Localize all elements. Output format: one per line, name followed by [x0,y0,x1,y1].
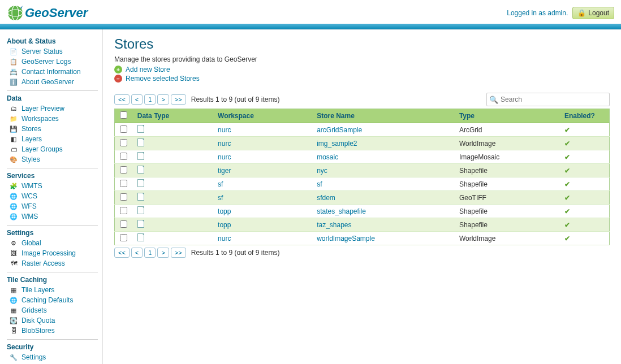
store-name-link[interactable]: sfdem [317,194,335,202]
pager-next-bottom[interactable]: > [157,248,169,258]
workspace-link[interactable]: sf [218,180,223,188]
header-type[interactable]: Type [455,109,560,123]
nav-item-gridsets[interactable]: ▦Gridsets [7,305,98,315]
nav-item-wcs[interactable]: 🌐WCS [7,191,98,201]
nav-item-layers[interactable]: ◧Layers [7,134,98,144]
nav-item-image-processing[interactable]: 🖼Image Processing [7,248,98,258]
row-type: Shapefile [455,177,560,191]
store-name-link[interactable]: states_shapefile [317,207,366,215]
header-workspace[interactable]: Workspace [213,109,312,123]
store-name-link[interactable]: arcGridSample [317,126,362,134]
logout-button[interactable]: 🔒 Logout [572,7,614,19]
store-name-link[interactable]: taz_shapes [317,221,351,229]
nav-link[interactable]: Gridsets [21,306,47,314]
nav-link[interactable]: Styles [21,155,40,163]
nav-link[interactable]: WCS [21,192,37,200]
pager-last[interactable]: >> [171,94,186,105]
store-name-link[interactable]: sf [317,180,322,188]
nav-item-raster-access[interactable]: 🗺Raster Access [7,258,98,268]
row-checkbox[interactable] [120,139,127,146]
nav-item-global[interactable]: ⚙Global [7,238,98,248]
nav-item-geoserver-logs[interactable]: 📋GeoServer Logs [7,57,98,67]
nav-item-styles[interactable]: 🎨Styles [7,154,98,164]
logo[interactable]: GeoServer [7,5,88,21]
store-name-link[interactable]: mosaic [317,153,338,161]
nav-item-wfs[interactable]: 🌐WFS [7,201,98,211]
nav-item-layer-preview[interactable]: 🗂Layer Preview [7,103,98,114]
workspace-link[interactable]: topp [218,221,231,229]
workspace-link[interactable]: nurc [218,153,231,161]
nav-link[interactable]: Contact Information [21,68,81,76]
nav-link[interactable]: Global [21,239,41,247]
nav-link[interactable]: BlobStores [21,327,55,335]
nav-item-contact-information[interactable]: 📇Contact Information [7,67,98,77]
row-checkbox[interactable] [120,234,127,241]
pager-prev-bottom[interactable]: < [131,248,143,258]
pager-prev[interactable]: < [131,94,143,105]
nav-link[interactable]: Workspaces [21,115,59,123]
nav-item-tile-layers[interactable]: ▦Tile Layers [7,285,98,295]
search-box[interactable]: 🔍 [486,93,610,106]
workspace-link[interactable]: topp [218,207,231,215]
workspace-link[interactable]: nurc [218,140,231,148]
nav-item-server-status[interactable]: 📄Server Status [7,46,98,57]
row-checkbox[interactable] [120,193,127,201]
row-checkbox[interactable] [120,166,127,174]
row-checkbox[interactable] [120,125,127,133]
workspace-link[interactable]: sf [218,194,223,202]
workspace-link[interactable]: tiger [218,167,231,175]
header-store-name[interactable]: Store Name [312,109,455,123]
store-name-link[interactable]: img_sample2 [317,140,357,148]
pager-last-bottom[interactable]: >> [171,248,186,258]
header-enabled[interactable]: Enabled? [560,109,610,123]
nav-link[interactable]: GeoServer Logs [21,58,71,66]
nav-item-workspaces[interactable]: 📁Workspaces [7,114,98,124]
pager-page[interactable]: 1 [144,94,156,105]
nav-link[interactable]: Image Processing [21,249,76,257]
row-checkbox[interactable] [120,180,127,187]
remove-stores-link[interactable]: − Remove selected Stores [114,75,610,83]
row-checkbox[interactable] [120,207,127,214]
nav-link[interactable]: WMS [21,213,38,220]
pager-page-bottom[interactable]: 1 [144,248,156,258]
nav-link[interactable]: Settings [21,353,46,361]
remove-stores-label[interactable]: Remove selected Stores [126,75,200,83]
table-row: nurcmosaicImageMosaic✔ [115,150,610,164]
add-store-link[interactable]: + Add new Store [114,66,610,73]
nav-icon: 🗄 [9,326,18,335]
search-input[interactable] [499,94,607,105]
nav-link[interactable]: Stores [21,125,41,133]
nav-link[interactable]: Layers [21,135,42,143]
select-all-checkbox[interactable] [120,111,127,119]
pager-first[interactable]: << [114,94,130,105]
nav-item-wms[interactable]: 🌐WMS [7,211,98,222]
nav-link[interactable]: Layer Preview [21,105,64,112]
nav-link[interactable]: Raster Access [21,259,65,267]
nav-link[interactable]: Server Status [21,47,63,55]
add-store-label[interactable]: Add new Store [126,66,170,73]
nav-item-stores[interactable]: 💾Stores [7,124,98,134]
nav-link[interactable]: Tile Layers [21,286,54,294]
nav-item-layer-groups[interactable]: 🗃Layer Groups [7,144,98,154]
nav-item-about-geoserver[interactable]: ℹ️About GeoServer [7,77,98,87]
nav-link[interactable]: About GeoServer [21,78,74,86]
nav-item-wmts[interactable]: 🧩WMTS [7,181,98,191]
store-name-link[interactable]: worldImageSample [317,235,375,242]
row-checkbox[interactable] [120,220,127,228]
nav-link[interactable]: Layer Groups [21,145,63,153]
nav-item-caching-defaults[interactable]: 🌐Caching Defaults [7,295,98,305]
row-checkbox[interactable] [120,153,127,160]
pager-first-bottom[interactable]: << [114,248,130,258]
nav-item-blobstores[interactable]: 🗄BlobStores [7,326,98,336]
workspace-link[interactable]: nurc [218,235,231,242]
nav-link[interactable]: WMTS [21,182,42,190]
nav-link[interactable]: Disk Quota [21,317,55,324]
nav-item-settings[interactable]: 🔧Settings [7,352,98,362]
store-name-link[interactable]: nyc [317,167,327,175]
header-data-type[interactable]: Data Type [133,109,213,123]
pager-next[interactable]: > [157,94,169,105]
nav-link[interactable]: Caching Defaults [21,296,73,304]
nav-item-disk-quota[interactable]: 💽Disk Quota [7,315,98,326]
nav-link[interactable]: WFS [21,202,37,210]
workspace-link[interactable]: nurc [218,126,231,134]
